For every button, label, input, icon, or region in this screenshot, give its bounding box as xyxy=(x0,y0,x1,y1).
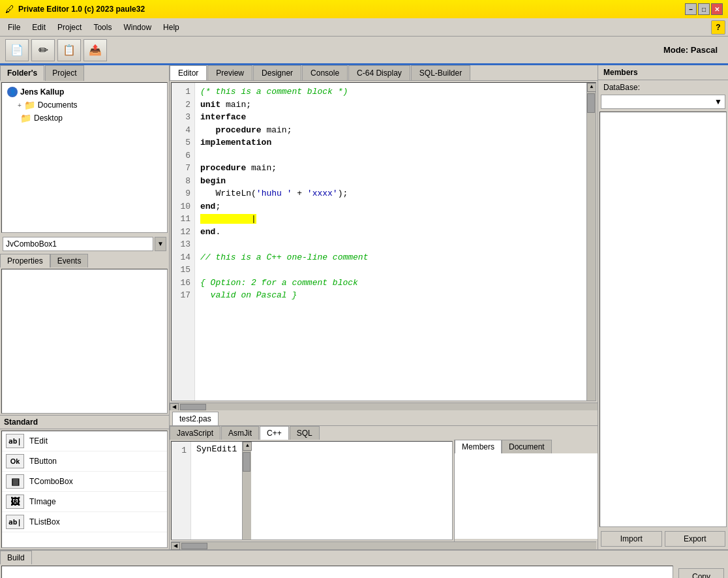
menu-bar: File Edit Project Tools Window Help ? xyxy=(0,18,728,37)
tab-document[interactable]: Document xyxy=(502,440,552,453)
line-numbers: 12345 678910 1112131415 1617 xyxy=(172,83,195,401)
component-tbutton[interactable]: Ok TButton xyxy=(2,451,167,472)
tab-preview[interactable]: Preview xyxy=(207,65,252,80)
lower-right-panel: Members Document xyxy=(454,440,598,541)
build-buttons: Copy Export Clear xyxy=(676,566,727,578)
menu-project[interactable]: Project xyxy=(52,21,87,34)
jv-combobox[interactable]: JvComboBox1 xyxy=(3,237,153,251)
editor-scrollbar-h[interactable]: ◀ xyxy=(170,403,598,410)
code-editor[interactable]: 12345 678910 1112131415 1617 (* this is … xyxy=(171,82,596,401)
tab-editor[interactable]: Editor xyxy=(170,65,207,80)
tab-members-lower[interactable]: Members xyxy=(455,440,502,453)
tree-user-label: Jens Kallup xyxy=(20,87,64,97)
menu-tools[interactable]: Tools xyxy=(88,21,117,34)
minimize-button[interactable]: – xyxy=(685,3,697,15)
expand-icon: + xyxy=(18,102,22,109)
title-text: Private Editor 1.0 (c) 2023 paule32 xyxy=(18,5,145,14)
menu-help[interactable]: Help xyxy=(158,21,185,34)
scroll-thumb-v[interactable] xyxy=(587,93,595,113)
right-panel: Members DataBase: ▼ Import Export xyxy=(598,65,728,549)
help-button[interactable]: ? xyxy=(711,20,725,35)
build-content: Copy Export Clear xyxy=(0,564,728,578)
lower-right-content xyxy=(455,453,598,539)
lower-line-numbers: 1 xyxy=(172,442,191,540)
tab-console[interactable]: Console xyxy=(302,65,348,80)
lower-tabs: JavaScript AsmJit C++ SQL xyxy=(170,426,598,440)
db-combo[interactable]: ▼ xyxy=(601,95,725,109)
center-panel: Editor Preview Designer Console C-64 Dis… xyxy=(170,65,598,549)
export-button-right[interactable]: Export xyxy=(665,531,726,547)
tab-folders[interactable]: Folder's xyxy=(0,65,44,81)
lower-scroll-thumb-h[interactable] xyxy=(181,543,207,549)
tab-sql-builder[interactable]: SQL-Builder xyxy=(411,65,470,80)
menu-window[interactable]: Window xyxy=(118,21,157,34)
lower-scroll-thumb[interactable] xyxy=(243,452,250,472)
standard-panel: Standard ab| TEdit Ok TButton ▤ TComboBo… xyxy=(0,415,169,549)
editor-tab-bar: Editor Preview Designer Console C-64 Dis… xyxy=(170,65,598,81)
left-panel: Folder's Project 👤 Jens Kallup + 📁 Docum… xyxy=(0,65,170,549)
tbutton-label: TButton xyxy=(29,457,57,466)
tab-sql[interactable]: SQL xyxy=(290,426,320,440)
file-tab-test2[interactable]: test2.pas xyxy=(172,412,219,425)
component-tedit[interactable]: ab| TEdit xyxy=(2,431,167,451)
prop-area xyxy=(1,269,168,414)
tab-designer[interactable]: Designer xyxy=(253,65,301,80)
folder-icon: 📁 xyxy=(24,100,35,110)
code-content[interactable]: (* this is a comment block *) unit main;… xyxy=(195,83,586,401)
tcombobox-icon: ▤ xyxy=(6,474,24,489)
tab-asmjit[interactable]: AsmJit xyxy=(221,426,259,440)
lower-scrollbar-h[interactable]: ◀ xyxy=(171,541,596,549)
lower-code[interactable]: SynEdit1 xyxy=(191,442,242,540)
lower-scrollbar-v[interactable]: ▲ xyxy=(242,442,251,540)
component-tcombobox[interactable]: ▤ TComboBox xyxy=(2,472,167,492)
import-button[interactable]: Import xyxy=(601,531,662,547)
tree-desktop-label: Desktop xyxy=(34,114,63,123)
left-tab-bar: Folder's Project xyxy=(0,65,169,81)
tree-documents[interactable]: + 📁 Documents xyxy=(15,99,164,112)
tbutton-icon: Ok xyxy=(6,454,24,468)
close-button[interactable]: ✕ xyxy=(711,3,723,15)
editor-scrollbar-v[interactable]: ▲ xyxy=(586,83,596,401)
db-combo-arrow[interactable]: ▼ xyxy=(714,97,722,106)
mode-label: Mode: Pascal xyxy=(663,45,723,55)
tedit-icon: ab| xyxy=(6,434,24,448)
menu-file[interactable]: File xyxy=(3,21,25,34)
lower-editor[interactable]: 1 SynEdit1 ▲ xyxy=(171,441,453,540)
component-tlistbox[interactable]: ab| TListBox xyxy=(2,512,167,532)
user-icon: 👤 xyxy=(7,87,18,97)
menu-edit[interactable]: Edit xyxy=(27,21,51,34)
combo-area: JvComboBox1 ▼ xyxy=(0,234,169,254)
lower-right-tabs: Members Document xyxy=(455,440,598,453)
tab-javascript[interactable]: JavaScript xyxy=(170,426,220,440)
prop-tabs: Properties Events xyxy=(0,254,169,267)
tab-cpp[interactable]: C++ xyxy=(260,426,289,440)
timage-icon: 🖼 xyxy=(6,494,24,509)
standard-header: Standard xyxy=(0,416,169,429)
combo-arrow[interactable]: ▼ xyxy=(155,237,166,251)
tree-desktop[interactable]: 📁 Desktop xyxy=(15,112,164,125)
tab-properties[interactable]: Properties xyxy=(0,254,50,267)
tab-events[interactable]: Events xyxy=(50,254,89,267)
toolbar-export-button[interactable]: 📤 xyxy=(83,39,107,61)
tab-build[interactable]: Build xyxy=(0,551,32,564)
tree-user: 👤 Jens Kallup xyxy=(5,85,164,99)
copy-button[interactable]: Copy xyxy=(678,568,724,578)
toolbar-copy-button[interactable]: 📋 xyxy=(57,39,81,61)
lower-content: 1 SynEdit1 ▲ Members Document xyxy=(170,440,598,541)
tab-project[interactable]: Project xyxy=(45,65,83,81)
maximize-button[interactable]: □ xyxy=(698,3,710,15)
members-area xyxy=(599,112,727,527)
title-bar: 🖊 Private Editor 1.0 (c) 2023 paule32 – … xyxy=(0,0,728,18)
scroll-thumb-h[interactable] xyxy=(180,404,206,410)
build-output xyxy=(1,566,673,578)
combo-value: JvComboBox1 xyxy=(6,239,57,249)
folder-icon-2: 📁 xyxy=(20,113,31,123)
toolbar-edit-button[interactable]: ✏ xyxy=(31,39,55,61)
file-tree: 👤 Jens Kallup + 📁 Documents 📁 Desktop xyxy=(1,82,168,233)
component-timage[interactable]: 🖼 TImage xyxy=(2,492,167,512)
title-controls: – □ ✕ xyxy=(685,3,723,15)
toolbar-new-button[interactable]: 📄 xyxy=(5,39,29,61)
app-icon: 🖊 xyxy=(5,4,14,14)
title-bar-left: 🖊 Private Editor 1.0 (c) 2023 paule32 xyxy=(5,4,145,14)
tab-c64[interactable]: C-64 Display xyxy=(348,65,410,80)
